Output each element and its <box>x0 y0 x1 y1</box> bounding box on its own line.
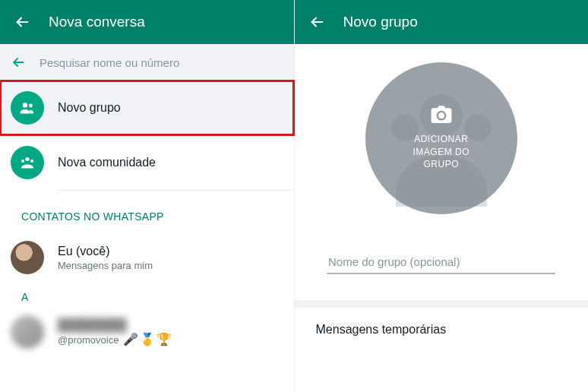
section-divider <box>295 300 589 308</box>
community-icon <box>11 146 44 179</box>
add-group-photo[interactable]: ADICIONAR IMAGEM DO GRUPO <box>365 62 517 214</box>
contact-row[interactable]: ████████ @promovoice 🎤🥇🏆 <box>0 308 294 349</box>
contact-emoji: 🎤🥇🏆 <box>123 332 173 346</box>
group-icon <box>11 91 44 125</box>
search-input[interactable] <box>40 56 283 69</box>
contact-text: ████████ @promovoice 🎤🥇🏆 <box>58 318 173 346</box>
svg-point-2 <box>23 103 27 107</box>
contact-handle: @promovoice <box>58 334 119 346</box>
svg-point-3 <box>29 104 33 108</box>
new-group-label: Novo grupo <box>58 101 121 115</box>
avatar <box>11 315 44 349</box>
new-chat-pane: Nova conversa Novo grupo Nova comunidade… <box>0 0 295 392</box>
contact-text: Eu (você) Mensagens para mim <box>58 245 153 271</box>
back-button[interactable] <box>308 14 325 30</box>
left-header-title: Nova conversa <box>49 14 145 30</box>
new-community-label: Nova comunidade <box>58 156 156 169</box>
arrow-left-icon <box>11 55 26 70</box>
left-header: Nova conversa <box>0 0 294 44</box>
new-group-pane: Novo grupo ADICIONAR IMAGEM DO GRUPO Men… <box>295 0 589 392</box>
svg-point-4 <box>25 157 29 161</box>
right-header: Novo grupo <box>295 0 589 44</box>
svg-point-5 <box>21 160 24 163</box>
arrow-left-icon <box>308 14 325 30</box>
avatar <box>11 241 44 274</box>
group-name-wrap <box>327 251 555 274</box>
contact-name-blurred: ████████ <box>58 318 173 332</box>
disappearing-messages-option[interactable]: Mensagens temporárias <box>295 308 589 352</box>
contact-name: Eu (você) <box>58 245 153 258</box>
search-back-button[interactable] <box>11 55 26 70</box>
right-body: ADICIONAR IMAGEM DO GRUPO Mensagens temp… <box>295 44 589 392</box>
letter-header: A <box>0 282 294 308</box>
right-header-title: Novo grupo <box>343 14 418 30</box>
new-community-option[interactable]: Nova comunidade <box>0 135 294 190</box>
back-button[interactable] <box>14 14 30 30</box>
contact-self[interactable]: Eu (você) Mensagens para mim <box>0 233 294 282</box>
add-photo-text: ADICIONAR IMAGEM DO GRUPO <box>413 133 469 171</box>
group-name-input[interactable] <box>327 251 555 274</box>
search-row <box>0 44 294 81</box>
camera-icon <box>431 106 452 127</box>
arrow-left-icon <box>14 14 30 30</box>
contacts-section-header: CONTATOS NO WHATSAPP <box>0 191 294 233</box>
new-group-option[interactable]: Novo grupo <box>0 81 294 135</box>
contact-sub: Mensagens para mim <box>58 260 153 271</box>
svg-point-6 <box>30 160 33 163</box>
